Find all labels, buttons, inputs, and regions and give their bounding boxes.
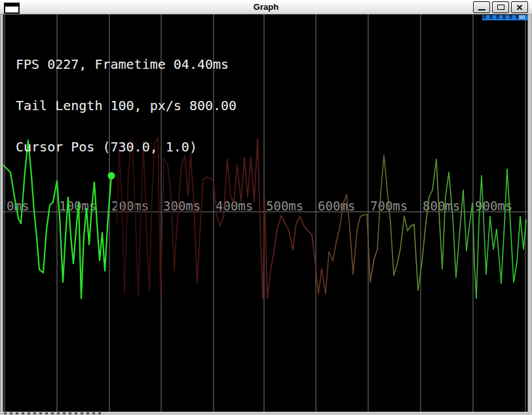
trace-segment — [300, 216, 304, 226]
maximize-icon — [497, 5, 504, 10]
trace-segment — [147, 239, 149, 290]
trace-segment — [285, 223, 289, 231]
trace-segment — [504, 169, 507, 223]
trace-segment — [397, 249, 400, 264]
trace-segment — [390, 223, 394, 275]
minimize-icon — [478, 9, 485, 10]
trace-segment — [490, 216, 493, 249]
trace-segment — [244, 157, 248, 197]
trace-segment — [370, 259, 374, 282]
window-bottom-border — [0, 412, 532, 415]
trace-segment — [326, 252, 329, 294]
trace-segment — [53, 181, 57, 202]
trace-segment — [274, 229, 277, 252]
trace-segment — [453, 216, 456, 277]
axis-tick-label: 300ms — [163, 199, 200, 213]
trace-segment — [429, 190, 432, 197]
trace-segment — [422, 223, 426, 262]
trace-segment — [381, 155, 384, 193]
trace-segment — [220, 218, 223, 226]
trace-segment — [507, 169, 510, 223]
trace-segment — [400, 216, 404, 249]
trace-segment — [89, 208, 92, 245]
trace-segment — [138, 216, 141, 295]
trace-segment — [281, 216, 285, 223]
trace-segment — [374, 249, 377, 259]
trace-segment — [174, 216, 178, 270]
trace-segment — [463, 190, 466, 250]
trace-segment — [265, 199, 267, 298]
trace-segment — [312, 235, 315, 262]
trace-segment — [318, 269, 322, 294]
trace-segment — [517, 216, 520, 262]
close-icon: ✕ — [516, 3, 523, 12]
trace-segment — [79, 203, 81, 298]
trace-segment — [289, 231, 293, 250]
graph-window: Graph ✕ 0ms100ms200ms300ms400ms500ms600m… — [0, 0, 532, 415]
trace-segment — [408, 226, 411, 231]
trace-segment — [353, 229, 357, 274]
selection-fragment — [482, 15, 527, 20]
selection-glyph-fragments — [483, 15, 520, 19]
trace-segment — [251, 157, 254, 201]
trace-segment — [350, 229, 353, 274]
trace-segment — [394, 264, 397, 275]
trace-segment — [336, 226, 340, 243]
trace-segment — [308, 231, 312, 235]
trace-segment — [446, 172, 449, 197]
maximize-button[interactable] — [492, 1, 509, 13]
trace-segment — [501, 223, 504, 283]
trace-segment — [197, 223, 200, 283]
trace-segment — [357, 216, 360, 229]
trace-segment — [510, 223, 514, 282]
axis-tick-label: 500ms — [266, 199, 303, 213]
trace-segment — [81, 236, 84, 298]
trace-segment — [304, 226, 308, 231]
trace-segment — [267, 271, 271, 298]
trace-segment — [105, 216, 108, 271]
trace-segment — [43, 229, 47, 273]
trace-segment — [34, 211, 37, 237]
trace-segment — [71, 236, 73, 264]
trace-segment — [296, 216, 300, 224]
close-button[interactable]: ✕ — [511, 1, 528, 13]
trace-segment — [241, 157, 244, 201]
trace-segment — [476, 223, 479, 298]
trace-segment — [47, 205, 50, 229]
trace-segment — [248, 157, 251, 197]
window-menu-icon[interactable] — [4, 3, 20, 14]
trace-segment — [200, 180, 203, 223]
trace-segment — [7, 168, 10, 172]
axis-tick-label: 0ms — [7, 199, 29, 213]
trace-segment — [149, 197, 152, 290]
graph-canvas[interactable]: 0ms100ms200ms300ms400ms500ms600ms700ms80… — [3, 14, 528, 412]
trace-segment — [37, 237, 39, 269]
trace-segment — [60, 216, 63, 282]
trace-segment — [237, 165, 241, 201]
trace-segment — [486, 216, 490, 274]
hud-tail-line: Tail Length 100, px/s 800.00 — [16, 99, 237, 113]
trace-segment — [271, 252, 274, 271]
titlebar[interactable]: Graph ✕ — [0, 0, 532, 14]
trace-segment — [466, 223, 470, 250]
trace-segment — [136, 223, 138, 295]
trace-segment — [440, 223, 442, 269]
trace-segment — [254, 139, 257, 201]
trace-segment — [432, 159, 436, 190]
trace-segment — [329, 252, 333, 261]
hud-fps-line: FPS 0227, Frametime 04.40ms — [16, 58, 237, 71]
trace-segment — [436, 159, 440, 223]
trace-segment — [414, 224, 418, 290]
trace-segment — [520, 216, 523, 249]
trace-segment — [63, 236, 66, 282]
trace-segment — [404, 216, 408, 231]
trace-segment — [97, 223, 100, 260]
trace-segment — [497, 229, 501, 283]
selection-light-fragment — [519, 15, 525, 19]
minimize-button[interactable] — [473, 1, 490, 13]
trace-segment — [10, 172, 14, 197]
trace-segment — [460, 190, 463, 229]
cutoff-glyph-tops — [4, 412, 104, 414]
trace-segment — [257, 139, 261, 243]
trace-segment — [73, 231, 76, 264]
